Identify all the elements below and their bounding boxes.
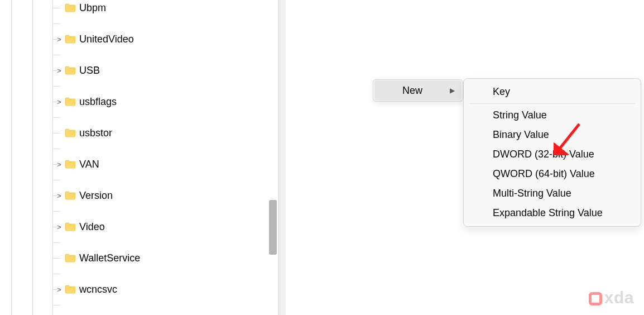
submenu-item-label: Expandable String Value xyxy=(493,207,603,219)
scrollbar-track[interactable] xyxy=(267,0,277,315)
watermark-logo-icon xyxy=(589,292,602,306)
submenu-item-label: Multi-String Value xyxy=(493,188,571,199)
submenu-item-label: DWORD (32-bit) Value xyxy=(493,149,594,160)
scrollbar-thumb[interactable] xyxy=(269,200,277,255)
menu-item-label: New xyxy=(402,85,422,97)
tree-item[interactable]: usbstor xyxy=(0,125,267,141)
watermark-text: xda xyxy=(604,288,634,307)
tree-item-label: VAN xyxy=(79,159,99,170)
folder-icon xyxy=(65,97,76,106)
folder-icon xyxy=(65,66,76,75)
tree-pane: Ubpm>UnitedVideo>USB>usbflagsusbstor>VAN… xyxy=(0,0,279,315)
tree-item[interactable]: WalletService xyxy=(0,250,267,266)
folder-icon xyxy=(65,254,76,262)
folder-icon xyxy=(65,35,76,44)
submenu-item[interactable]: String Value xyxy=(464,106,641,125)
tree-item-label: wcncsvc xyxy=(79,284,117,295)
tree-item[interactable]: >Video xyxy=(0,219,267,235)
submenu-item-label: String Value xyxy=(493,109,547,121)
tree-item-label: Ubpm xyxy=(79,2,106,14)
tree-item-label: UnitedVideo xyxy=(79,34,134,45)
tree-item[interactable]: >usbflags xyxy=(0,94,267,109)
folder-icon xyxy=(65,285,76,294)
folder-icon xyxy=(65,222,76,231)
folder-icon xyxy=(65,128,76,137)
folder-icon xyxy=(65,191,76,200)
tree-item-label: usbflags xyxy=(79,96,117,108)
folder-icon xyxy=(65,160,76,169)
pane-divider[interactable] xyxy=(279,0,286,315)
submenu-item[interactable]: Binary Value xyxy=(464,125,641,145)
tree-item[interactable]: >wcncsvc xyxy=(0,281,267,297)
context-submenu[interactable]: KeyString ValueBinary ValueDWORD (32-bit… xyxy=(463,78,641,227)
tree-item[interactable]: >Wdf xyxy=(0,313,267,315)
submenu-item-label: Binary Value xyxy=(493,129,549,141)
menu-item-new[interactable]: New ▶ xyxy=(374,80,462,101)
submenu-item[interactable]: Expandable String Value xyxy=(464,203,641,223)
tree-item-label: WalletService xyxy=(79,252,140,264)
submenu-item[interactable]: Key xyxy=(464,82,641,102)
submenu-item-label: Key xyxy=(493,86,510,98)
tree-item-label: usbstor xyxy=(79,127,112,139)
tree-item[interactable]: >Version xyxy=(0,188,267,203)
watermark: xda xyxy=(589,288,634,307)
folder-icon xyxy=(65,3,76,12)
context-menu[interactable]: New ▶ xyxy=(373,79,463,102)
tree-item[interactable]: >UnitedVideo xyxy=(0,31,267,47)
registry-tree[interactable]: Ubpm>UnitedVideo>USB>usbflagsusbstor>VAN… xyxy=(0,0,267,315)
submenu-item[interactable]: DWORD (32-bit) Value xyxy=(464,145,641,164)
tree-item-label: Version xyxy=(79,190,113,202)
submenu-item-label: QWORD (64-bit) Value xyxy=(493,168,595,180)
tree-item-label: Video xyxy=(79,221,105,233)
submenu-arrow-icon: ▶ xyxy=(450,87,455,94)
tree-item[interactable]: >USB xyxy=(0,63,267,78)
submenu-item[interactable]: QWORD (64-bit) Value xyxy=(464,164,641,184)
tree-item-label: USB xyxy=(79,65,100,77)
submenu-item[interactable]: Multi-String Value xyxy=(464,184,641,203)
tree-item[interactable]: >VAN xyxy=(0,156,267,172)
tree-item[interactable]: Ubpm xyxy=(0,0,267,16)
menu-separator xyxy=(469,103,635,104)
